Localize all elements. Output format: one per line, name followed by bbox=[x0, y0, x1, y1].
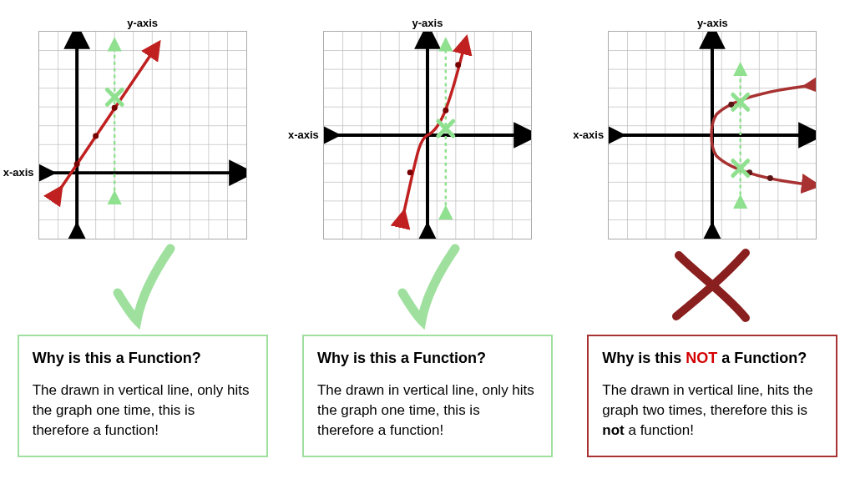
chart-svg-parabola bbox=[608, 31, 817, 239]
chart-svg-linear bbox=[38, 31, 247, 239]
result-mark-fail bbox=[666, 234, 758, 335]
y-axis-label: y-axis bbox=[697, 17, 728, 29]
explanation-question: Why is this a Function? bbox=[33, 348, 253, 369]
svg-point-20 bbox=[73, 161, 79, 167]
checkmark-icon bbox=[390, 239, 465, 330]
checkmark-icon bbox=[105, 239, 180, 330]
panel-cubic: y-axis x-axis bbox=[294, 17, 561, 457]
diagram-row: y-axis x-axis bbox=[8, 17, 847, 457]
cross-icon bbox=[666, 243, 758, 326]
y-axis-label: y-axis bbox=[127, 17, 158, 29]
graph-cubic: x-axis bbox=[323, 31, 532, 243]
svg-point-47 bbox=[455, 62, 461, 68]
x-axis-label: x-axis bbox=[288, 129, 319, 141]
x-axis-label: x-axis bbox=[573, 129, 604, 141]
explanation-box: Why is this NOT a Function? The drawn in… bbox=[587, 335, 837, 457]
graph-linear: x-axis bbox=[38, 31, 247, 243]
result-mark-pass bbox=[390, 234, 465, 335]
explanation-body: The drawn in vertical line, only hits th… bbox=[33, 381, 253, 440]
y-axis-label: y-axis bbox=[412, 17, 443, 29]
explanation-body: The drawn in vertical line, hits the gra… bbox=[602, 381, 822, 440]
x-axis-label: x-axis bbox=[3, 166, 34, 179]
chart-svg-cubic bbox=[323, 31, 532, 239]
explanation-box: Why is this a Function? The drawn in ver… bbox=[18, 335, 268, 457]
explanation-question: Why is this NOT a Function? bbox=[602, 348, 822, 369]
graph-sideways-parabola: x-axis bbox=[608, 31, 817, 243]
svg-point-72 bbox=[767, 175, 773, 181]
panel-sideways-parabola: y-axis x-axis bbox=[579, 17, 846, 457]
explanation-box: Why is this a Function? The drawn in ver… bbox=[302, 335, 553, 457]
explanation-question: Why is this a Function? bbox=[317, 348, 538, 369]
svg-point-21 bbox=[93, 134, 99, 139]
explanation-body: The drawn in vertical line, only hits th… bbox=[317, 381, 538, 440]
graph-curve bbox=[402, 44, 464, 218]
svg-point-45 bbox=[407, 169, 413, 175]
result-mark-pass bbox=[105, 234, 180, 335]
panel-linear: y-axis x-axis bbox=[9, 17, 276, 457]
svg-point-46 bbox=[443, 108, 448, 113]
svg-point-22 bbox=[111, 105, 117, 111]
